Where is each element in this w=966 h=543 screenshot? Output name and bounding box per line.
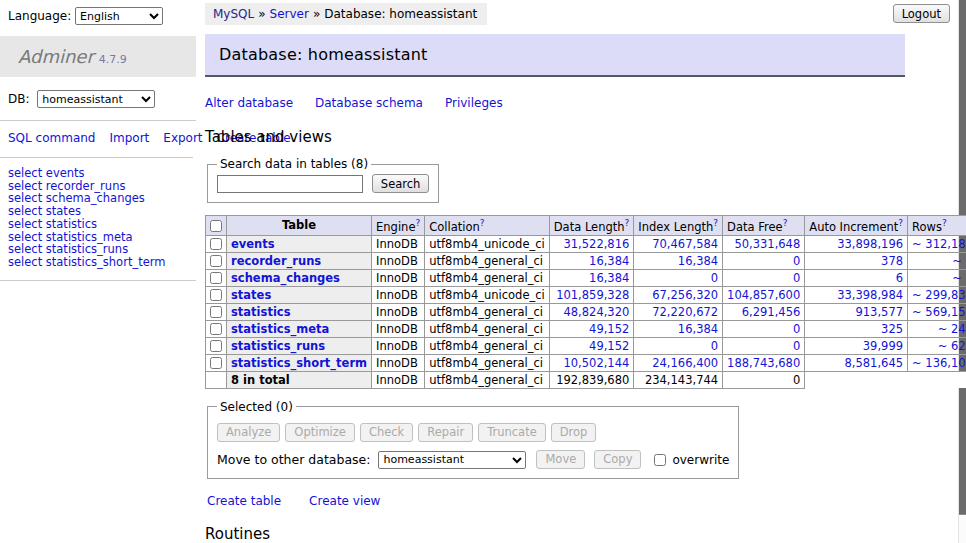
auto-increment-cell: 913,577 — [805, 303, 908, 320]
breadcrumb-mysql-link[interactable]: MySQL — [213, 7, 254, 21]
table-name-link[interactable]: statistics_short_term — [231, 356, 367, 370]
table-row: schema_changesInnoDButf8mb4_general_ci16… — [206, 269, 966, 286]
auto-increment-cell: 33,898,196 — [805, 235, 908, 252]
data-free-cell: 0 — [723, 320, 805, 337]
data-length-cell: 16,384 — [549, 269, 634, 286]
repair-button[interactable]: Repair — [418, 423, 473, 442]
rows-estimate-cell: ~ 136,108 — [908, 354, 966, 371]
column-header-collation: Collation? — [425, 216, 550, 236]
create-link-create-view[interactable]: Create view — [309, 494, 380, 508]
auto-increment-cell: 325 — [805, 320, 908, 337]
breadcrumb-current: Database: homeassistant — [324, 7, 477, 21]
sidebar-select-link[interactable]: select states — [8, 205, 196, 218]
column-header-label: Rows — [912, 220, 942, 234]
header-checkbox-cell — [206, 216, 227, 236]
table-name-cell: statistics — [227, 303, 372, 320]
total-blank-cell — [805, 371, 908, 388]
move-button[interactable]: Move — [536, 450, 585, 469]
sidebar-action-import[interactable]: Import — [109, 131, 149, 145]
truncate-button[interactable]: Truncate — [478, 423, 546, 442]
index-length-cell: 0 — [634, 337, 723, 354]
total-label-cell: 8 in total — [227, 371, 372, 388]
sidebar-select-link[interactable]: select statistics_short_term — [8, 256, 196, 269]
data-length-cell: 31,522,816 — [549, 235, 634, 252]
breadcrumb-server-link[interactable]: Server — [270, 7, 309, 21]
collation-cell: utf8mb4_general_ci — [425, 354, 550, 371]
search-button[interactable]: Search — [372, 174, 430, 193]
index-length-cell: 72,220,672 — [634, 303, 723, 320]
table-name-link[interactable]: statistics — [231, 305, 291, 319]
row-checkbox[interactable] — [210, 272, 222, 284]
table-name-link[interactable]: statistics_runs — [231, 339, 325, 353]
row-checkbox[interactable] — [210, 238, 222, 250]
sidebar-select-link[interactable]: select events — [8, 167, 196, 180]
db-link-database-schema[interactable]: Database schema — [315, 96, 423, 110]
data-length-cell: 49,152 — [549, 337, 634, 354]
search-input[interactable] — [217, 175, 363, 193]
row-checkbox[interactable] — [210, 357, 222, 369]
auto-increment-cell: 6 — [805, 269, 908, 286]
table-name-link[interactable]: schema_changes — [231, 271, 340, 285]
db-link-privileges[interactable]: Privileges — [445, 96, 503, 110]
language-select[interactable]: English — [75, 7, 163, 25]
table-name-link[interactable]: recorder_runs — [231, 254, 321, 268]
row-checkbox-cell — [206, 303, 227, 320]
rows-estimate-cell: ~ 299,833 — [908, 286, 966, 303]
db-link-alter-database[interactable]: Alter database — [205, 96, 293, 110]
column-hint-link[interactable]: ? — [480, 218, 485, 228]
table-name-cell: states — [227, 286, 372, 303]
sidebar-select-link[interactable]: select statistics — [8, 218, 196, 231]
row-checkbox[interactable] — [210, 306, 222, 318]
column-header-label: Engine — [376, 220, 415, 234]
adminer-version[interactable]: 4.7.9 — [99, 53, 127, 66]
breadcrumb: MySQL»Server»Database: homeassistant — [205, 3, 487, 25]
data-free-cell: 50,331,648 — [723, 235, 805, 252]
column-hint-link[interactable]: ? — [783, 218, 788, 228]
column-hint-link[interactable]: ? — [942, 218, 947, 228]
selected-fieldset: Selected (0) AnalyzeOptimizeCheckRepairT… — [207, 400, 739, 479]
copy-button[interactable]: Copy — [594, 450, 641, 469]
row-checkbox[interactable] — [210, 255, 222, 267]
data-free-cell: 0 — [723, 337, 805, 354]
check-button[interactable]: Check — [360, 423, 413, 442]
rows-estimate-cell: ~ 244 — [908, 320, 966, 337]
move-db-select[interactable]: homeassistant — [378, 451, 526, 469]
drop-button[interactable]: Drop — [551, 423, 597, 442]
select-all-checkbox[interactable] — [210, 220, 222, 232]
collation-cell: utf8mb4_unicode_ci — [425, 286, 550, 303]
overwrite-checkbox[interactable] — [654, 454, 666, 466]
row-checkbox-cell — [206, 320, 227, 337]
optimize-button[interactable]: Optimize — [285, 423, 355, 442]
engine-cell: InnoDB — [372, 337, 425, 354]
row-checkbox[interactable] — [210, 289, 222, 301]
column-header-label: Auto Increment — [809, 220, 898, 234]
table-name-cell: statistics_runs — [227, 337, 372, 354]
column-hint-link[interactable]: ? — [625, 218, 630, 228]
table-name-link[interactable]: statistics_meta — [231, 322, 329, 336]
table-name-link[interactable]: events — [231, 237, 275, 251]
analyze-button[interactable]: Analyze — [217, 423, 280, 442]
create-link-create-table[interactable]: Create table — [207, 494, 281, 508]
row-checkbox-cell — [206, 235, 227, 252]
sidebar-action-sql-command[interactable]: SQL command — [8, 131, 95, 145]
data-length-cell: 10,502,144 — [549, 354, 634, 371]
row-checkbox[interactable] — [210, 323, 222, 335]
overwrite-label: overwrite — [672, 453, 729, 467]
db-select[interactable]: homeassistant — [37, 90, 155, 108]
table-name-link[interactable]: states — [231, 288, 271, 302]
collation-cell: utf8mb4_general_ci — [425, 252, 550, 269]
column-header-label: Data Length — [554, 220, 625, 234]
column-header-label: Data Free — [727, 220, 783, 234]
page-title: Database: homeassistant — [219, 45, 905, 64]
column-header-index-length: Index Length? — [634, 216, 723, 236]
column-hint-link[interactable]: ? — [898, 218, 903, 228]
column-hint-link[interactable]: ? — [415, 218, 420, 228]
sidebar-action-export[interactable]: Export — [163, 131, 202, 145]
row-checkbox[interactable] — [210, 340, 222, 352]
collation-cell: utf8mb4_general_ci — [425, 303, 550, 320]
total-collation-cell: utf8mb4_general_ci — [425, 371, 550, 388]
column-hint-link[interactable]: ? — [713, 218, 718, 228]
db-label: DB: — [8, 92, 30, 106]
main-content: MySQL»Server»Database: homeassistant Dat… — [205, 0, 905, 543]
column-header-engine: Engine? — [372, 216, 425, 236]
